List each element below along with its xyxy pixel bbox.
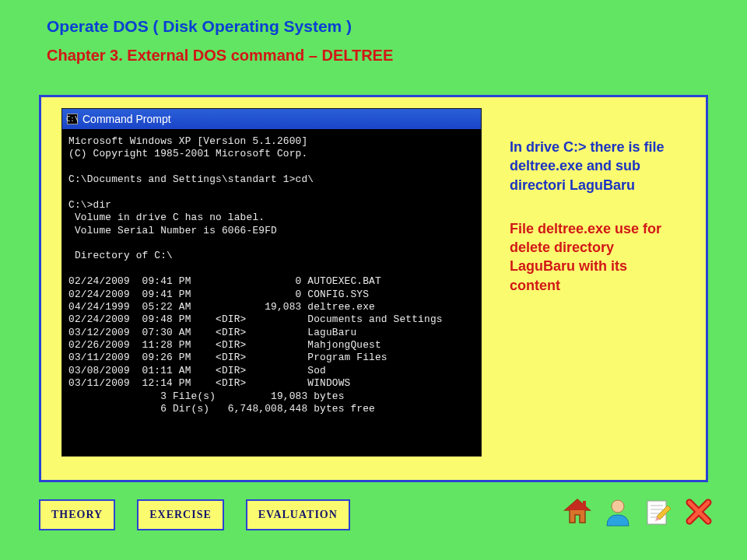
lesson-panel: C:\ Command Prompt Microsoft Windows XP … (39, 95, 708, 482)
page-subtitle: Chapter 3. External DOS command – DELTRE… (0, 36, 747, 65)
svg-rect-2 (583, 501, 586, 507)
note-icon[interactable] (643, 496, 674, 527)
exercise-button[interactable]: Exercise (137, 499, 224, 530)
close-icon[interactable] (683, 496, 714, 527)
svg-point-3 (612, 500, 624, 513)
svg-marker-1 (565, 499, 590, 510)
command-prompt-icon: C:\ (67, 114, 78, 124)
command-prompt-titlebar: C:\ Command Prompt (62, 109, 481, 129)
home-icon[interactable] (562, 496, 593, 527)
evaluation-button[interactable]: Evaluation (246, 499, 350, 530)
page-title: Operate DOS ( Disk Operating System ) (0, 0, 747, 36)
command-prompt-body: Microsoft Windows XP [Version 5.1.2600] … (62, 129, 481, 456)
nav-button-row: Theory Exercise Evaluation (39, 499, 350, 530)
footer-icon-row (562, 496, 714, 527)
side-paragraph-2: File deltree.exe use for delete director… (510, 219, 681, 295)
lesson-side-text: In drive C:> there is file deltree.exe a… (510, 138, 681, 295)
command-prompt-window: C:\ Command Prompt Microsoft Windows XP … (61, 108, 482, 457)
theory-button[interactable]: Theory (39, 499, 115, 530)
user-icon[interactable] (602, 496, 633, 527)
command-prompt-title: Command Prompt (82, 113, 171, 125)
side-paragraph-1: In drive C:> there is file deltree.exe a… (510, 138, 681, 194)
